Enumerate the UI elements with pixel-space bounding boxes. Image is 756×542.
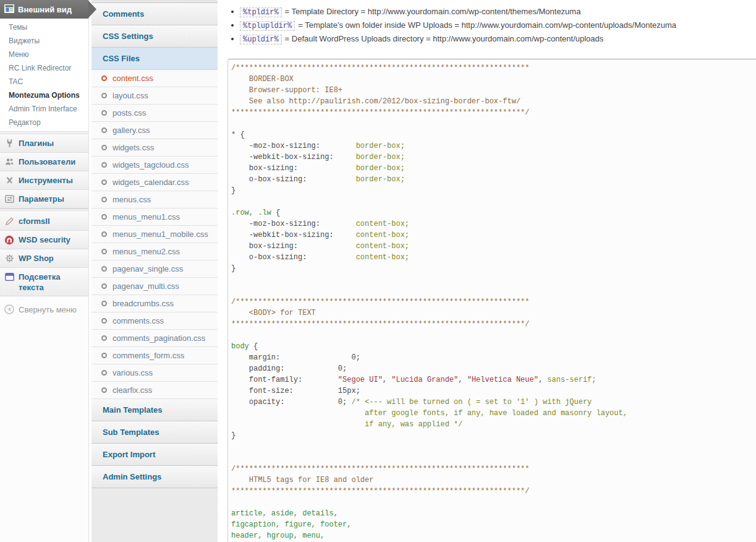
css-file-item[interactable]: menus.css — [91, 191, 218, 209]
code-line: Browser-support: IE8+ — [231, 85, 756, 96]
css-code-editor[interactable]: /***************************************… — [227, 59, 756, 542]
code-line: } — [231, 263, 756, 274]
file-bullet-icon — [101, 266, 107, 272]
template-var-token: %upldir% — [240, 35, 282, 45]
css-file-item[interactable]: gallery.css — [91, 122, 218, 139]
file-bullet-icon — [101, 318, 107, 324]
code-line — [231, 441, 756, 452]
file-bullet-icon — [101, 145, 107, 150]
css-file-label: menus_menu2.css — [113, 247, 180, 256]
css-file-item[interactable]: comments_form.css — [91, 347, 218, 364]
css-file-item[interactable]: widgets_calendar.css — [91, 174, 218, 191]
css-file-label: menus.css — [113, 195, 151, 204]
sidebar-item-cforms[interactable]: cformsII — [0, 212, 88, 231]
appearance-submenu-item[interactable]: RC Link Redirector — [0, 61, 88, 75]
code-line: if any, was applied */ — [231, 419, 756, 430]
nav-section-css-files[interactable]: CSS Files — [91, 48, 218, 70]
code-line — [231, 330, 756, 341]
code-line: opacity: 0; /* <--- will be turned on ( … — [231, 397, 756, 408]
code-line: } — [231, 430, 756, 441]
sidebar-item-wp-shop[interactable]: WP Shop — [0, 249, 88, 268]
css-file-item[interactable]: pagenav_single.css — [91, 260, 218, 278]
css-file-item[interactable]: breadcrumbs.css — [91, 295, 218, 312]
nav-section-admin-settings[interactable]: Admin Settings — [91, 466, 218, 488]
css-file-label: comments.css — [113, 316, 164, 325]
sidebar-item-wsd-security[interactable]: WSD security — [0, 231, 88, 249]
css-file-item[interactable]: various.css — [91, 364, 218, 382]
nav-section-export-import[interactable]: Export Import — [91, 444, 218, 466]
sidebar-item-tools[interactable]: Инструменты — [0, 171, 88, 190]
appearance-submenu-item[interactable]: Редактор — [0, 116, 88, 129]
wp-admin-sidebar: Внешний вид ТемыВиджетыМенюRC Link Redir… — [0, 0, 89, 542]
appearance-submenu-item[interactable]: Montezuma Options — [0, 88, 88, 102]
appearance-submenu-item[interactable]: Меню — [0, 48, 88, 61]
code-line: o-box-sizing: border-box; — [231, 174, 756, 185]
users-icon — [4, 157, 14, 167]
code-line: <BODY> for TEXT — [231, 308, 756, 319]
css-file-item[interactable]: layout.css — [91, 87, 218, 105]
code-line: * { — [231, 129, 756, 140]
appearance-submenu-item[interactable]: Виджеты — [0, 34, 88, 48]
appearance-label: Внешний вид — [18, 5, 72, 14]
file-bullet-icon — [101, 387, 107, 393]
wordpress-admin-screen: Внешний вид ТемыВиджетыМенюRC Link Redir… — [0, 0, 756, 542]
code-line: -moz-box-sizing: content-box; — [231, 218, 756, 230]
sidebar-item-plugins[interactable]: Плагины — [0, 134, 88, 153]
code-line: /***************************************… — [231, 463, 756, 475]
file-bullet-icon — [101, 353, 107, 358]
file-bullet-icon — [101, 249, 107, 254]
css-file-label: widgets_tagcloud.css — [113, 160, 189, 170]
file-bullet-icon — [101, 283, 107, 289]
code-line: box-sizing: content-box; — [231, 241, 756, 252]
css-file-label: clearfix.css — [113, 385, 152, 395]
nav-section-sub-templates[interactable]: Sub Templates — [91, 421, 218, 444]
css-file-label: posts.css — [113, 108, 146, 118]
template-var-token: %tpldir% — [240, 7, 282, 17]
appearance-submenu-item[interactable]: Темы — [0, 20, 88, 34]
css-file-label: menus_menu1.css — [113, 212, 180, 222]
sidebar-item-users[interactable]: Пользователи — [0, 153, 88, 171]
css-file-item[interactable]: posts.css — [91, 105, 218, 122]
nav-section-comments[interactable]: Comments — [91, 3, 218, 25]
nav-section-css-settings[interactable]: CSS Settings — [91, 25, 218, 48]
css-file-item[interactable]: comments.css — [91, 312, 218, 330]
file-bullet-icon — [101, 75, 107, 81]
nav-section-main-templates[interactable]: Main Templates — [91, 399, 218, 421]
template-var-bullet: %tpldir%= Template Directory = http://ww… — [230, 5, 756, 19]
code-line: o-box-sizing: content-box; — [231, 252, 756, 263]
css-file-label: content.css — [113, 74, 153, 83]
sidebar-item-appearance[interactable]: Внешний вид — [0, 0, 88, 19]
css-file-item[interactable]: clearfix.css — [91, 382, 218, 399]
wsd-logo-icon — [4, 235, 14, 245]
code-line: font-family: "Segoe UI", "Lucida Grande"… — [231, 374, 756, 385]
file-bullet-icon — [101, 162, 107, 168]
css-file-item[interactable]: menus_menu1_mobile.css — [91, 226, 218, 243]
code-line — [231, 497, 756, 508]
css-file-item[interactable]: comments_pagination.css — [91, 330, 218, 347]
code-line: /***************************************… — [231, 62, 756, 74]
css-file-item[interactable]: menus_menu2.css — [91, 243, 218, 260]
code-line: after google fonts, if any, have loaded … — [231, 408, 756, 419]
collapse-menu-button[interactable]: Свернуть меню — [0, 300, 88, 319]
template-var-text: = Template Directory = http://www.yourdo… — [285, 7, 581, 16]
css-file-label: breadcrumbs.css — [113, 299, 174, 308]
css-file-label: comments_pagination.css — [113, 333, 205, 343]
css-file-label: menus_menu1_mobile.css — [113, 230, 208, 239]
appearance-submenu-item[interactable]: Admin Trim Interface — [0, 102, 88, 116]
template-var-token: %tplupldir% — [240, 21, 295, 31]
code-line — [231, 196, 756, 207]
code-line — [231, 274, 756, 285]
file-bullet-icon — [101, 301, 107, 306]
appearance-submenu-item[interactable]: TAC — [0, 75, 88, 88]
css-file-item[interactable]: menus_menu1.css — [91, 209, 218, 226]
code-line: box-sizing: border-box; — [231, 163, 756, 174]
template-var-bullet: %upldir%= Default WordPress Uploads dire… — [230, 32, 756, 46]
css-file-item[interactable]: widgets.css — [91, 139, 218, 157]
css-file-item[interactable]: content.css — [91, 70, 218, 87]
pencil-icon — [4, 217, 14, 226]
sidebar-item-text-highlight[interactable]: Подсветка текста — [0, 268, 88, 296]
sidebar-item-settings[interactable]: Параметры — [0, 190, 88, 209]
current-menu-arrow-icon — [88, 1, 96, 18]
css-file-item[interactable]: pagenav_multi.css — [91, 278, 218, 295]
css-file-item[interactable]: widgets_tagcloud.css — [91, 157, 218, 174]
